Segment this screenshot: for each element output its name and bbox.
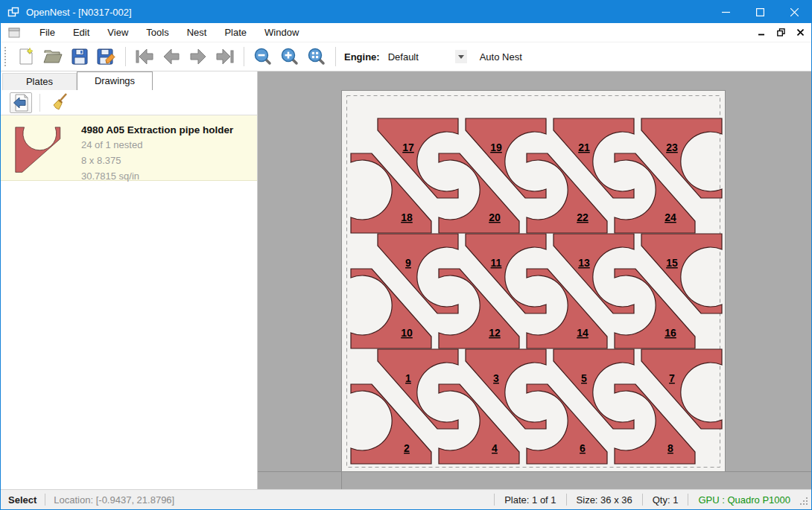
nested-part[interactable]: [641, 349, 722, 429]
tab-drawings[interactable]: Drawings: [77, 71, 153, 90]
nested-part[interactable]: [641, 118, 722, 198]
menu-file[interactable]: File: [31, 24, 64, 41]
menu-edit[interactable]: Edit: [64, 24, 98, 41]
mdi-restore-icon[interactable]: [773, 25, 789, 41]
part-number-label[interactable]: 23: [666, 141, 678, 153]
document-window-icon[interactable]: [8, 28, 20, 38]
part-number-label[interactable]: 10: [401, 327, 413, 339]
next-plate-button[interactable]: [187, 45, 209, 68]
window-title: OpenNest - [N0317-002]: [26, 7, 708, 18]
send-to-drawing-button[interactable]: [10, 92, 32, 113]
app-icon: [7, 7, 19, 18]
part-thumbnail: [11, 121, 71, 176]
nested-part[interactable]: [351, 153, 431, 233]
scrollbar-divider: [341, 472, 342, 489]
nested-part[interactable]: [351, 384, 431, 464]
part-number-label[interactable]: 4: [492, 442, 498, 454]
status-location: Location: [-0.9437, 21.8796]: [54, 494, 174, 506]
part-number-label[interactable]: 15: [666, 257, 678, 269]
part-number-label[interactable]: 14: [577, 327, 589, 339]
part-number-label[interactable]: 3: [493, 372, 499, 384]
menu-window[interactable]: Window: [256, 24, 308, 41]
open-file-button[interactable]: [42, 45, 64, 68]
drawing-area: 30.7815 sq/in: [81, 170, 233, 182]
part-number-label[interactable]: 13: [578, 257, 590, 269]
panel-tabs: Plates Drawings: [1, 71, 257, 90]
menu-plate[interactable]: Plate: [215, 24, 256, 41]
part-number-label[interactable]: 16: [664, 327, 676, 339]
main-toolbar: Engine: Default Auto Nest: [1, 42, 811, 71]
part-number-label[interactable]: 19: [490, 141, 502, 153]
part-number-label[interactable]: 9: [405, 257, 411, 269]
part-number-label[interactable]: 2: [404, 442, 410, 454]
nesting-canvas[interactable]: 171819202122232491011121314151612345678: [258, 71, 811, 489]
chevron-down-icon[interactable]: [455, 50, 467, 63]
part-number-label[interactable]: 8: [667, 442, 673, 454]
horizontal-scrollbar[interactable]: [258, 471, 811, 489]
drawing-title: 4980 A05 Extraction pipe holder: [81, 124, 233, 136]
first-plate-button[interactable]: [133, 45, 156, 68]
part-number-label[interactable]: 1: [405, 372, 411, 384]
drawing-dimensions: 8 x 8.375: [81, 154, 233, 167]
last-plate-button[interactable]: [214, 45, 236, 68]
part-number-label[interactable]: 6: [580, 442, 586, 454]
status-plate: Plate: 1 of 1: [504, 494, 556, 506]
engine-label: Engine:: [344, 51, 380, 63]
menu-bar: File Edit View Tools Nest Plate Window: [1, 23, 811, 42]
status-mode: Select: [8, 494, 37, 506]
toolbar-grip[interactable]: [4, 47, 8, 66]
part-number-label[interactable]: 18: [401, 211, 413, 223]
status-qty: Qty: 1: [653, 494, 679, 506]
nested-part[interactable]: [351, 269, 431, 348]
status-size: Size: 36 x 36: [577, 494, 632, 506]
engine-select[interactable]: Default: [384, 48, 468, 65]
part-number-label[interactable]: 11: [491, 257, 502, 269]
resize-grip[interactable]: [799, 497, 808, 508]
nested-part[interactable]: [641, 234, 722, 313]
mdi-minimize-icon[interactable]: [753, 25, 770, 41]
drawings-toolbar: [1, 91, 257, 115]
plate-sheet[interactable]: 171819202122232491011121314151612345678: [341, 90, 726, 473]
previous-plate-button[interactable]: [160, 45, 183, 68]
mdi-close-icon[interactable]: [792, 25, 808, 41]
drawing-list-item[interactable]: 4980 A05 Extraction pipe holder 24 of 1 …: [1, 115, 257, 181]
side-panel: Plates Drawings: [1, 71, 258, 489]
zoom-out-button[interactable]: [252, 45, 274, 68]
part-number-label[interactable]: 5: [581, 372, 587, 384]
save-button[interactable]: [69, 45, 91, 68]
clear-broom-icon[interactable]: [49, 92, 72, 113]
part-number-label[interactable]: 12: [489, 327, 501, 339]
menu-view[interactable]: View: [98, 24, 137, 41]
new-file-button[interactable]: [15, 45, 37, 68]
status-gpu: GPU : Quadro P1000: [698, 494, 790, 506]
close-button[interactable]: [777, 1, 811, 23]
part-number-label[interactable]: 21: [578, 141, 590, 153]
drawing-nested-count: 24 of 1 nested: [81, 138, 233, 151]
part-number-label[interactable]: 22: [577, 211, 589, 223]
engine-value: Default: [385, 51, 455, 63]
status-bar: Select Location: [-0.9437, 21.8796] Plat…: [1, 489, 811, 509]
title-bar: OpenNest - [N0317-002]: [1, 1, 811, 23]
part-number-label[interactable]: 17: [402, 141, 414, 153]
zoom-in-button[interactable]: [279, 45, 301, 68]
auto-nest-button[interactable]: Auto Nest: [472, 48, 530, 66]
part-number-label[interactable]: 7: [669, 372, 675, 384]
part-number-label[interactable]: 24: [664, 211, 676, 223]
maximize-button[interactable]: [743, 1, 777, 23]
app-window: OpenNest - [N0317-002] File Edit View To…: [0, 0, 812, 510]
part-number-label[interactable]: 20: [489, 211, 501, 223]
save-as-button[interactable]: [95, 45, 118, 68]
zoom-fit-button[interactable]: [305, 45, 328, 68]
tab-plates[interactable]: Plates: [2, 73, 77, 90]
menu-tools[interactable]: Tools: [137, 24, 177, 41]
minimize-button[interactable]: [708, 1, 743, 23]
menu-nest[interactable]: Nest: [178, 24, 216, 41]
